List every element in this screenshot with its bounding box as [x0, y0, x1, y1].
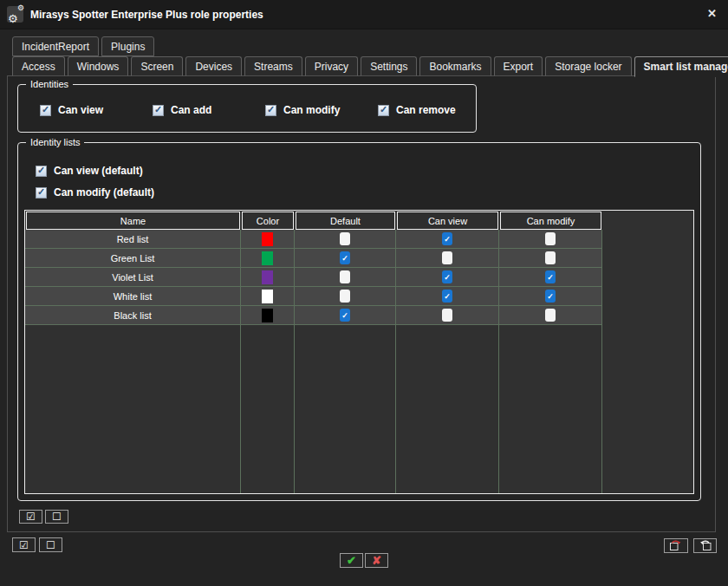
- tab-plugins[interactable]: Plugins: [101, 36, 154, 56]
- tab-label: Smart list management: [644, 61, 728, 73]
- tab-export[interactable]: Export: [494, 56, 543, 76]
- can-view-checkbox[interactable]: [442, 309, 452, 322]
- color-swatch[interactable]: [262, 232, 273, 246]
- can-modify-default-checkbox[interactable]: [36, 187, 47, 199]
- can-modify-checkbox[interactable]: [265, 105, 276, 116]
- redo-arrow-icon: [669, 540, 683, 551]
- table-row[interactable]: Violet List: [25, 268, 693, 287]
- tab-smart-list-management[interactable]: Smart list management: [634, 56, 728, 77]
- can-view-checkbox[interactable]: [442, 232, 452, 245]
- can-modify-checkbox[interactable]: [545, 309, 556, 322]
- can-view-checkbox-item[interactable]: Can view: [40, 104, 153, 116]
- default-checkbox[interactable]: [340, 232, 350, 245]
- row-name-cell: White list: [25, 287, 241, 306]
- can-add-checkbox[interactable]: [153, 105, 164, 116]
- title-bar: ⚙ ⚙ Mirasys Spotter Enterprise Plus role…: [0, 0, 728, 29]
- can-view-checkbox[interactable]: [442, 251, 452, 264]
- tab-incidentreport[interactable]: IncidentReport: [12, 36, 99, 56]
- cancel-x-icon: ✘: [372, 555, 381, 566]
- copy-settings-in-button[interactable]: [693, 538, 717, 553]
- row-name-cell: Green List: [25, 249, 241, 268]
- color-swatch[interactable]: [262, 270, 273, 284]
- page-uncheck-all-button[interactable]: ☐: [39, 537, 62, 552]
- tab-label: Export: [504, 61, 534, 73]
- tab-screen[interactable]: Screen: [131, 56, 183, 76]
- tab-label: Bookmarks: [429, 61, 481, 73]
- can-modify-checkbox[interactable]: [545, 251, 556, 264]
- row-can-view-cell: [396, 230, 499, 249]
- can-modify-checkbox[interactable]: [545, 232, 556, 245]
- table-header-row: Name Color Default Can view Can modify: [25, 211, 693, 230]
- default-checkbox[interactable]: [340, 309, 350, 322]
- can-view-checkbox[interactable]: [40, 105, 51, 116]
- default-checkbox[interactable]: [340, 270, 350, 283]
- row-can-view-cell: [396, 268, 499, 287]
- row-name-cell: Red list: [25, 230, 241, 249]
- header-filler: [602, 211, 693, 230]
- color-swatch[interactable]: [262, 290, 273, 303]
- close-button[interactable]: ✕: [707, 7, 717, 20]
- tab-label: Streams: [254, 61, 293, 73]
- tab-row-main: Access Windows Screen Devices Streams Pr…: [12, 56, 728, 77]
- tab-windows[interactable]: Windows: [68, 56, 129, 76]
- can-remove-checkbox-item[interactable]: Can remove: [378, 104, 491, 116]
- row-can-modify-cell: [499, 287, 602, 306]
- row-can-modify-cell: [499, 249, 602, 268]
- row-color-cell: [241, 268, 295, 287]
- tab-storage-locker[interactable]: Storage locker: [545, 56, 631, 76]
- header-default[interactable]: Default: [296, 212, 395, 230]
- can-modify-label: Can modify: [283, 104, 340, 116]
- can-view-default-checkbox-item[interactable]: Can view (default): [36, 165, 143, 177]
- default-checkbox[interactable]: [340, 251, 350, 264]
- row-color-cell: [241, 306, 295, 325]
- ok-button[interactable]: ✔: [340, 553, 363, 568]
- header-can-view[interactable]: Can view: [397, 212, 498, 230]
- tab-bookmarks[interactable]: Bookmarks: [419, 56, 491, 76]
- default-checkbox[interactable]: [340, 290, 350, 303]
- page-check-all-button[interactable]: ☑: [12, 537, 36, 552]
- can-view-default-checkbox[interactable]: [36, 166, 47, 177]
- table-check-all-button[interactable]: ☑: [19, 510, 42, 524]
- color-swatch[interactable]: [262, 251, 273, 265]
- ok-check-icon: ✔: [347, 555, 356, 566]
- table-row[interactable]: Red list: [25, 230, 693, 249]
- uncheck-all-icon: ☐: [46, 540, 55, 550]
- tab-label: Access: [22, 61, 55, 73]
- table-row[interactable]: White list: [25, 287, 693, 306]
- check-all-icon: ☑: [26, 511, 36, 522]
- row-can-modify-cell: [499, 230, 602, 249]
- uncheck-all-icon: ☐: [52, 511, 62, 522]
- tab-label: Devices: [195, 61, 232, 73]
- header-color[interactable]: Color: [242, 212, 294, 230]
- can-modify-default-checkbox-item[interactable]: Can modify (default): [36, 186, 154, 199]
- can-view-label: Can view: [58, 104, 103, 116]
- can-view-checkbox[interactable]: [442, 270, 452, 283]
- can-add-checkbox-item[interactable]: Can add: [153, 104, 265, 116]
- check-all-icon: ☑: [19, 540, 29, 550]
- tab-access[interactable]: Access: [12, 56, 65, 76]
- tab-settings[interactable]: Settings: [361, 56, 417, 76]
- can-view-checkbox[interactable]: [442, 290, 452, 303]
- cancel-button[interactable]: ✘: [365, 553, 388, 568]
- table-empty-area: [25, 325, 693, 493]
- can-modify-checkbox[interactable]: [545, 290, 556, 303]
- tab-label: Privacy: [315, 61, 348, 73]
- color-swatch[interactable]: [262, 309, 273, 322]
- tab-row-plugins: IncidentReport Plugins: [12, 36, 157, 56]
- can-modify-checkbox-item[interactable]: Can modify: [265, 104, 378, 116]
- table-uncheck-all-button[interactable]: ☐: [45, 510, 68, 524]
- tab-devices[interactable]: Devices: [185, 56, 242, 76]
- table-row[interactable]: Green List: [25, 249, 693, 268]
- can-view-default-label: Can view (default): [54, 165, 143, 177]
- tab-privacy[interactable]: Privacy: [305, 56, 358, 76]
- can-modify-checkbox[interactable]: [545, 270, 556, 283]
- header-can-modify[interactable]: Can modify: [500, 212, 601, 230]
- row-color-cell: [241, 287, 295, 306]
- role-properties-dialog: ⚙ ⚙ Mirasys Spotter Enterprise Plus role…: [0, 0, 728, 586]
- table-row[interactable]: Black list: [25, 306, 693, 325]
- identities-legend: Identities: [26, 78, 73, 90]
- header-name[interactable]: Name: [26, 212, 240, 230]
- can-remove-checkbox[interactable]: [378, 105, 389, 116]
- copy-settings-out-button[interactable]: [664, 538, 688, 553]
- tab-streams[interactable]: Streams: [244, 56, 302, 76]
